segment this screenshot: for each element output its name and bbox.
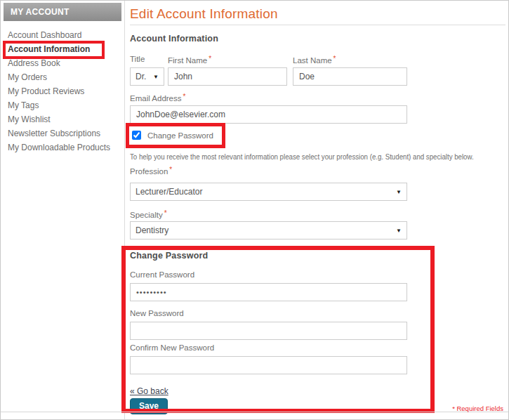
go-back-link[interactable]: « Go back — [130, 386, 168, 396]
sidebar-item-newsletter-subscriptions[interactable]: Newsletter Subscriptions — [8, 126, 124, 140]
new-password-input[interactable] — [130, 322, 407, 340]
page-title: Edit Account Information — [130, 6, 508, 22]
specialty-label: Specialty* — [130, 209, 508, 218]
confirm-new-password-label: Confirm New Password — [130, 343, 508, 353]
email-label: Email Address* — [130, 92, 508, 102]
title-label: Title — [130, 54, 164, 64]
last-name-input[interactable] — [293, 67, 407, 86]
sidebar-item-account-information[interactable]: Account Information — [8, 42, 124, 56]
my-account-page: MY ACCOUNT Account Dashboard Account Inf… — [0, 0, 509, 420]
sidebar-item-label: Account Information — [8, 44, 90, 54]
first-name-label: First Name* — [168, 54, 287, 64]
profession-select-value: Lecturer/Educator — [135, 187, 202, 197]
required-asterisk: * — [183, 93, 186, 100]
profession-select[interactable]: Lecturer/Educator ▼ — [130, 183, 407, 201]
chevron-down-icon: ▼ — [153, 74, 159, 80]
required-fields-note: * Required Fields — [452, 405, 503, 412]
change-password-checkbox-section: Change Password — [130, 129, 213, 141]
title-select[interactable]: Dr. ▼ — [130, 67, 164, 86]
current-password-label: Current Password — [130, 270, 508, 280]
change-password-heading: Change Password — [130, 251, 508, 261]
sidebar-item-my-orders[interactable]: My Orders — [8, 70, 124, 84]
required-asterisk: * — [333, 55, 336, 63]
account-info-heading: Account Information — [130, 34, 508, 44]
first-name-field-group: First Name* — [168, 54, 287, 86]
profession-note: To help you receive the most relevant in… — [130, 152, 463, 162]
required-asterisk: * — [169, 166, 172, 173]
sidebar-item-my-downloadable-products[interactable]: My Downloadable Products — [8, 140, 124, 155]
sidebar-nav: Account Dashboard Account Information Ad… — [1, 28, 124, 155]
main-content: Edit Account Information Account Informa… — [126, 1, 508, 412]
sidebar-item-my-wishlist[interactable]: My Wishlist — [8, 112, 124, 126]
change-password-checkbox-label: Change Password — [147, 131, 213, 140]
new-password-label: New Password — [130, 308, 508, 318]
sidebar-item-account-dashboard[interactable]: Account Dashboard — [8, 28, 124, 42]
sidebar-item-my-tags[interactable]: My Tags — [8, 98, 124, 112]
specialty-select-value: Dentistry — [135, 225, 168, 235]
go-back-row: « Go back — [130, 384, 508, 394]
current-password-input[interactable] — [130, 283, 407, 301]
chevron-down-icon: ▼ — [396, 228, 402, 234]
sidebar-item-my-product-reviews[interactable]: My Product Reviews — [8, 84, 124, 98]
name-row: Title Dr. ▼ First Name* Last Name* — [130, 54, 508, 86]
profession-label: Profession* — [130, 165, 508, 175]
sidebar: MY ACCOUNT Account Dashboard Account Inf… — [1, 1, 125, 419]
specialty-select[interactable]: Dentistry ▼ — [130, 221, 407, 239]
bottom-divider — [1, 412, 508, 412]
last-name-label: Last Name* — [293, 54, 407, 64]
sidebar-item-address-book[interactable]: Address Book — [8, 56, 124, 70]
confirm-new-password-input[interactable] — [130, 356, 407, 374]
title-field-group: Title Dr. ▼ — [130, 54, 164, 86]
email-input[interactable] — [130, 105, 407, 124]
change-password-checkbox[interactable] — [132, 131, 141, 140]
title-divider — [130, 25, 505, 25]
chevron-down-icon: ▼ — [396, 189, 402, 195]
first-name-input[interactable] — [168, 67, 287, 86]
change-password-section: Change Password Current Password New Pas… — [130, 246, 508, 414]
required-asterisk: * — [209, 55, 211, 63]
sidebar-header: MY ACCOUNT — [4, 3, 121, 21]
last-name-field-group: Last Name* — [293, 54, 407, 86]
change-password-checkbox-row[interactable]: Change Password — [130, 129, 213, 141]
required-asterisk: * — [164, 209, 167, 217]
title-select-value: Dr. — [135, 72, 146, 81]
